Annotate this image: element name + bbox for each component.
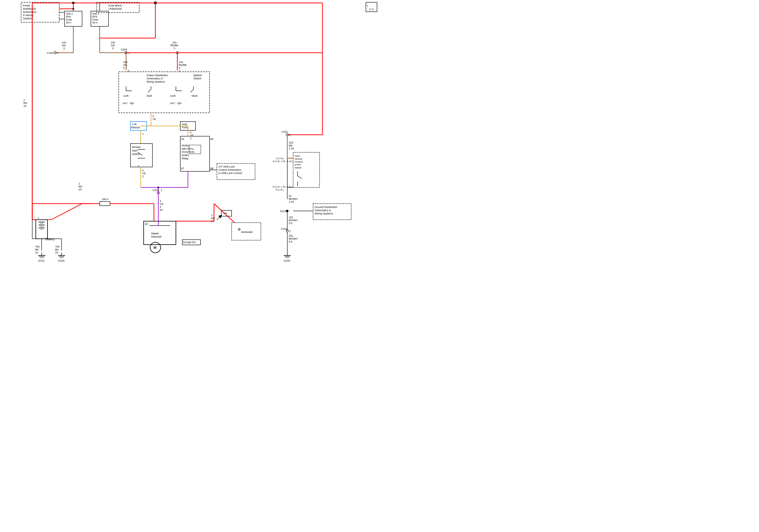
svg-text:Power Distribution: Power Distribution — [146, 74, 168, 77]
svg-text:51: 51 — [289, 195, 292, 198]
svg-text:C105: C105 — [47, 52, 53, 55]
svg-text:Switch: Switch — [193, 77, 201, 80]
svg-text:BK: BK — [55, 248, 59, 251]
svg-text:YE: YE — [152, 118, 156, 121]
svg-text:3: 3 — [123, 66, 125, 69]
svg-text:3: 3 — [179, 66, 180, 69]
svg-text:EF6: EF6 — [66, 15, 71, 18]
svg-text:RD: RD — [23, 102, 27, 105]
svg-text:86: 86 — [211, 167, 214, 170]
svg-text:BK/WH: BK/WH — [289, 237, 298, 240]
svg-text:Control Schematics: Control Schematics — [219, 169, 242, 171]
svg-text:Schematics in: Schematics in — [146, 77, 163, 80]
svg-text:Relay: Relay — [182, 157, 189, 160]
svg-text:NA: NA — [223, 212, 227, 215]
svg-text:142: 142 — [123, 61, 128, 63]
svg-text:5: 5 — [190, 131, 191, 134]
svg-text:142: 142 — [61, 41, 66, 44]
svg-text:0.5: 0.5 — [289, 240, 293, 243]
svg-text:OG: OG — [123, 63, 127, 66]
svg-text:Lock: Lock — [170, 94, 176, 97]
svg-text:141: 141 — [172, 41, 177, 44]
svg-text:750: 750 — [55, 245, 60, 248]
svg-text:100 A: 100 A — [102, 198, 108, 201]
svg-text:EF5: EF5 — [92, 15, 97, 18]
svg-text:BK: BK — [35, 248, 39, 251]
svg-text:1.6L: 1.6L — [132, 123, 137, 126]
svg-rect-148 — [100, 202, 110, 206]
svg-line-230 — [298, 176, 302, 179]
svg-text:RD: RD — [79, 185, 82, 188]
svg-text:323: 323 — [289, 141, 293, 144]
svg-text:Acc↑  ↑Ign: Acc↑ ↑Ign — [170, 102, 181, 105]
svg-text:RD/BK: RD/BK — [170, 44, 179, 47]
svg-point-240 — [286, 210, 289, 212]
svg-text:POSITION: POSITION — [182, 151, 194, 154]
svg-text:B+: B+ — [145, 223, 148, 226]
svg-text:Fuse: Fuse — [66, 18, 72, 21]
svg-text:Park/: Park/ — [295, 155, 300, 157]
svg-text:Starter: Starter — [151, 232, 159, 235]
svg-text:1: 1 — [57, 52, 59, 55]
svg-text:Underhood: Underhood — [108, 7, 122, 10]
svg-text:5: 5 — [142, 169, 144, 172]
svg-text:1 (1.2L): 1 (1.2L) — [276, 157, 284, 160]
svg-text:251: 251 — [289, 216, 293, 219]
svg-text:2: 2 — [23, 99, 25, 102]
svg-text:Start: Start — [132, 149, 138, 152]
svg-text:3: 3 — [63, 47, 64, 50]
svg-text:2: 2 — [160, 206, 161, 209]
svg-text:NEUTRAL: NEUTRAL — [182, 147, 194, 150]
svg-text:1: 1 — [289, 133, 291, 136]
svg-text:Ground Distribution: Ground Distribution — [315, 206, 338, 209]
svg-text:Distribution: Distribution — [23, 7, 36, 10]
svg-text:87: 87 — [181, 167, 184, 170]
svg-text:3: 3 — [152, 115, 154, 118]
svg-text:9 (1.4L, 1.5L, 1.6L): 9 (1.4L, 1.5L, 1.6L) — [273, 160, 293, 163]
svg-text:750: 750 — [35, 245, 40, 248]
svg-text:3: 3 — [174, 47, 175, 50]
svg-text:BN: BN — [289, 144, 293, 147]
svg-line-84 — [190, 89, 193, 92]
svg-text:+: + — [38, 216, 39, 220]
svg-point-205 — [238, 229, 240, 230]
svg-text:Power: Power — [23, 4, 30, 7]
svg-text:Ignition: Ignition — [193, 74, 202, 77]
svg-text:0.5: 0.5 — [289, 222, 293, 225]
svg-text:Except NA: Except NA — [183, 241, 196, 244]
svg-text:30 A: 30 A — [66, 21, 71, 24]
diagram-container: L O C Power Distribution Schematics in W… — [0, 0, 380, 266]
svg-text:(PNP): (PNP) — [182, 154, 189, 157]
svg-text:4 (1.2L): 4 (1.2L) — [276, 188, 284, 191]
svg-text:85: 85 — [211, 138, 214, 141]
svg-text:C202: C202 — [281, 131, 288, 133]
svg-text:30 A: 30 A — [92, 21, 98, 24]
svg-text:L: L — [367, 4, 369, 7]
svg-text:251: 251 — [289, 234, 293, 237]
svg-text:Start: Start — [146, 94, 152, 97]
svg-text:5: 5 — [160, 200, 161, 203]
svg-text:141: 141 — [179, 61, 183, 63]
svg-text:↑Start: ↑Start — [190, 94, 198, 97]
svg-text:2: 2 — [190, 137, 191, 140]
svg-text:Systems: Systems — [23, 17, 33, 20]
wiring-diagram-svg: L O C Power Distribution Schematics in W… — [0, 0, 380, 266]
svg-text:Battery: Battery — [45, 238, 55, 241]
svg-text:Lock: Lock — [123, 94, 129, 97]
svg-text:Switch: Switch — [295, 167, 302, 169]
svg-text:IGN 1: IGN 1 — [92, 12, 100, 15]
svg-text:15: 15 — [35, 251, 38, 254]
svg-text:C101: C101 — [281, 227, 287, 230]
svg-line-189 — [51, 204, 82, 220]
svg-text:Neutral: Neutral — [295, 158, 302, 160]
svg-text:Schematics in: Schematics in — [315, 209, 331, 212]
svg-text:1: 1 — [289, 230, 291, 233]
svg-text:in Wiring: in Wiring — [23, 14, 33, 17]
svg-text:Trans: Trans — [182, 126, 188, 129]
svg-text:Schematics: Schematics — [23, 11, 37, 14]
svg-text:RD/BK: RD/BK — [179, 63, 187, 66]
svg-text:Acc↑  ↑Ign: Acc↑ ↑Ign — [123, 102, 134, 105]
svg-text:Auto: Auto — [182, 123, 187, 126]
svg-text:3: 3 — [112, 47, 113, 50]
svg-text:G103: G103 — [284, 259, 290, 262]
